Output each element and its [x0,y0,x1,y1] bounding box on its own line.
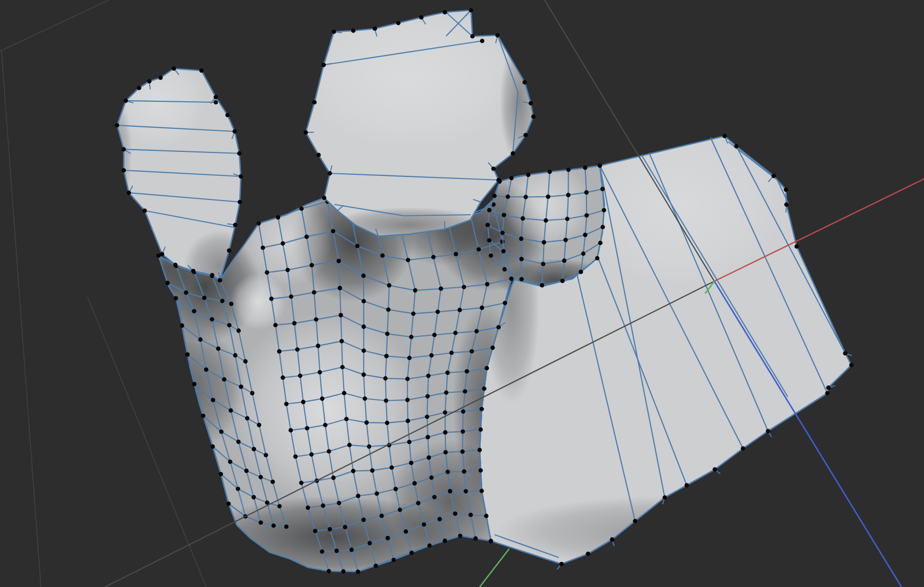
scene-canvas [0,0,924,587]
3d-viewport[interactable] [0,0,924,587]
axis-y-positive-far [480,549,509,587]
